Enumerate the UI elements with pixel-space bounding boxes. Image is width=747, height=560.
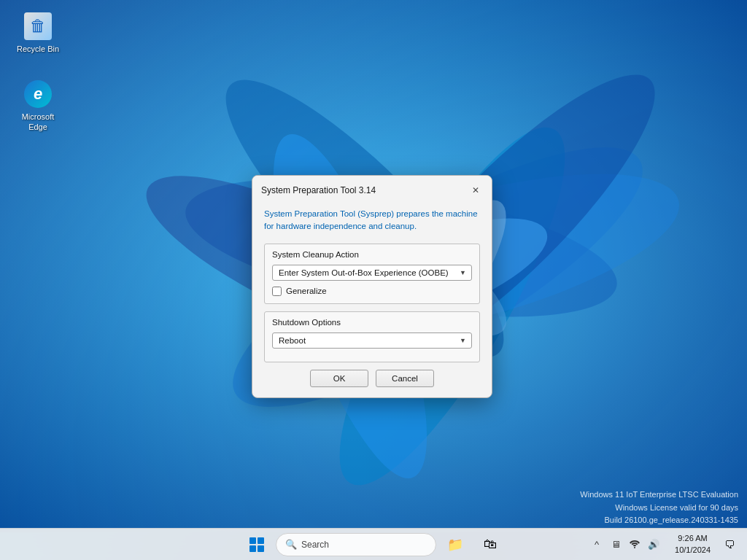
dialog-titlebar: System Preparation Tool 3.14 ✕: [252, 176, 492, 202]
dialog-body: System Preparation Tool (Sysprep) prepar…: [252, 202, 492, 397]
taskbar: 🔍 Search 📁 🛍 ^ 🖥 🔊 9:2: [0, 528, 747, 560]
dialog-title: System Preparation Tool 3.14: [261, 185, 376, 195]
store-icon: 🛍: [484, 537, 497, 552]
file-explorer-icon: 📁: [447, 537, 463, 553]
start-button[interactable]: [241, 529, 273, 561]
dialog-buttons: OK Cancel: [264, 370, 480, 387]
watermark-line1: Windows 11 IoT Enterprise LTSC Evaluatio…: [580, 489, 738, 502]
system-cleanup-section: System Cleanup Action Enter System Out-o…: [264, 244, 480, 304]
generalize-row: Generalize: [272, 287, 472, 296]
desktop-icon-edge[interactable]: e Microsoft Edge: [9, 77, 67, 136]
recycle-bin-label: Recycle Bin: [17, 44, 59, 54]
system-cleanup-label: System Cleanup Action: [272, 250, 472, 259]
recycle-bin-icon: 🗑: [23, 12, 53, 41]
dialog-description: System Preparation Tool (Sysprep) prepar…: [264, 208, 480, 233]
desktop: 🗑 Recycle Bin e Microsoft Edge Windows 1…: [0, 0, 747, 560]
taskbar-right: ^ 🖥 🔊 9:26 AM 10/1/2024 🗨: [583, 529, 747, 560]
watermark-line2: Windows License valid for 90 days: [580, 502, 738, 515]
clock-date: 10/1/2024: [675, 545, 711, 556]
dialog-close-button[interactable]: ✕: [468, 183, 483, 198]
tray-chevron[interactable]: ^: [589, 537, 605, 553]
shutdown-options-label: Shutdown Options: [272, 318, 472, 327]
clock[interactable]: 9:26 AM 10/1/2024: [669, 533, 716, 556]
watermark-line3: Build 26100.ge_release.240331-1435: [580, 514, 738, 527]
win-pane-2: [258, 537, 264, 544]
windows-logo-icon: [249, 537, 264, 552]
tray-icons: ^ 🖥 🔊: [583, 537, 667, 553]
desktop-icon-recycle-bin[interactable]: 🗑 Recycle Bin: [9, 9, 67, 57]
oobe-select-wrapper: Enter System Out-of-Box Experience (OOBE…: [272, 265, 472, 281]
shutdown-select[interactable]: Reboot Shutdown Quit: [272, 332, 472, 349]
win-pane-1: [249, 537, 256, 544]
search-label: Search: [301, 540, 329, 550]
watermark: Windows 11 IoT Enterprise LTSC Evaluatio…: [580, 489, 738, 527]
taskbar-file-explorer[interactable]: 📁: [439, 529, 471, 561]
search-icon: 🔍: [285, 539, 297, 550]
tray-monitor-icon[interactable]: 🖥: [608, 537, 624, 553]
notification-button[interactable]: 🗨: [718, 529, 741, 561]
clock-time: 9:26 AM: [678, 533, 707, 544]
taskbar-center: 🔍 Search 📁 🛍: [241, 529, 506, 560]
search-bar[interactable]: 🔍 Search: [276, 533, 436, 556]
cancel-button[interactable]: Cancel: [376, 370, 434, 387]
tray-network-icon[interactable]: [627, 537, 643, 553]
oobe-select[interactable]: Enter System Out-of-Box Experience (OOBE…: [272, 265, 472, 281]
sysprep-dialog: System Preparation Tool 3.14 ✕ System Pr…: [252, 175, 492, 398]
win-pane-4: [258, 545, 264, 552]
notification-icon: 🗨: [724, 539, 735, 551]
ok-button[interactable]: OK: [310, 370, 368, 387]
taskbar-store[interactable]: 🛍: [474, 529, 506, 561]
tray-speaker-icon[interactable]: 🔊: [646, 537, 662, 553]
shutdown-section: Shutdown Options Reboot Shutdown Quit ▼: [264, 311, 480, 362]
edge-label: Microsoft Edge: [12, 112, 64, 133]
win-pane-3: [249, 545, 256, 552]
generalize-label[interactable]: Generalize: [286, 287, 327, 295]
edge-icon: e: [23, 79, 53, 109]
shutdown-select-wrapper: Reboot Shutdown Quit ▼: [272, 332, 472, 349]
generalize-checkbox[interactable]: [272, 287, 282, 296]
